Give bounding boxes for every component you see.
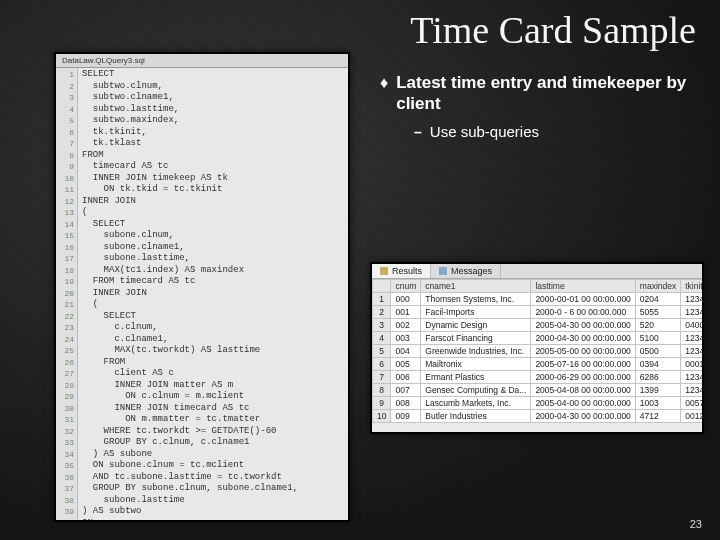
dash-icon: – bbox=[414, 122, 422, 142]
bullet-text: Latest time entry and timekeeper by clie… bbox=[396, 72, 696, 114]
table-cell: 009 bbox=[391, 410, 421, 423]
table-cell: Farscot Financing bbox=[421, 332, 531, 345]
column-header[interactable]: cname1 bbox=[421, 280, 531, 293]
table-cell: 000 bbox=[391, 293, 421, 306]
table-row[interactable]: 8007Gensec Computing & Da...2005-04-08 0… bbox=[373, 384, 705, 397]
table-row[interactable]: 7006Ermant Plastics2000-06-29 00 00:00.0… bbox=[373, 371, 705, 384]
table-row[interactable]: 4003Farscot Financing2000-04-30 00 00:00… bbox=[373, 332, 705, 345]
table-cell: 004 bbox=[391, 345, 421, 358]
column-header[interactable]: maxindex bbox=[635, 280, 680, 293]
table-cell: 5055 bbox=[635, 306, 680, 319]
table-cell: 2005-07-16 00 00:00.000 bbox=[531, 358, 635, 371]
table-cell: 4712 bbox=[635, 410, 680, 423]
column-header[interactable]: lasttime bbox=[531, 280, 635, 293]
table-cell: 1234 bbox=[681, 332, 704, 345]
table-cell: 2000-0 - 6 00 00:00.000 bbox=[531, 306, 635, 319]
table-cell: Butler Industries bbox=[421, 410, 531, 423]
sql-editor-panel: DataLaw.QLQuery3.sql 1234567891011121314… bbox=[54, 52, 350, 522]
table-cell: 5100 bbox=[635, 332, 680, 345]
table-cell: 1234 bbox=[681, 384, 704, 397]
table-cell: Thomsen Systems, Inc. bbox=[421, 293, 531, 306]
table-row[interactable]: 6005Mailtronix2005-07-16 00 00:00.000039… bbox=[373, 358, 705, 371]
tab-results-label: Results bbox=[392, 266, 422, 276]
table-cell: Facil-Imports bbox=[421, 306, 531, 319]
table-cell: 002 bbox=[391, 319, 421, 332]
table-cell: 520 bbox=[635, 319, 680, 332]
table-cell: Lascumb Markets, Inc. bbox=[421, 397, 531, 410]
table-cell: 001 bbox=[391, 306, 421, 319]
table-row[interactable]: 9008Lascumb Markets, Inc.2005-04-00 00 0… bbox=[373, 397, 705, 410]
table-cell: Gensec Computing & Da... bbox=[421, 384, 531, 397]
table-cell: 1234 bbox=[681, 371, 704, 384]
column-header[interactable]: cnum bbox=[391, 280, 421, 293]
table-cell: 2000-00-01 00 00:00.000 bbox=[531, 293, 635, 306]
table-cell: 1399 bbox=[635, 384, 680, 397]
table-cell: 0500 bbox=[635, 345, 680, 358]
sub-bullet-item: – Use sub-queries bbox=[414, 122, 696, 142]
table-cell: 1234 bbox=[681, 345, 704, 358]
editor-tab[interactable]: DataLaw.QLQuery3.sql bbox=[56, 54, 348, 68]
table-cell: Dynamic Design bbox=[421, 319, 531, 332]
message-icon bbox=[439, 267, 447, 275]
table-row[interactable]: 10009Butler Industries2000-04-30 00 00:0… bbox=[373, 410, 705, 423]
grid-icon bbox=[380, 267, 388, 275]
table-cell: Ermant Plastics bbox=[421, 371, 531, 384]
column-header[interactable]: tkinit bbox=[681, 280, 704, 293]
results-tabs: Results Messages bbox=[372, 264, 702, 279]
results-grid[interactable]: cnumcname1lasttimemaxindextkinittklast10… bbox=[372, 279, 704, 423]
content-block: ♦ Latest time entry and timekeeper by cl… bbox=[380, 72, 696, 142]
table-cell: 008 bbox=[391, 397, 421, 410]
bullet-item: ♦ Latest time entry and timekeeper by cl… bbox=[380, 72, 696, 114]
table-row[interactable]: 3002Dynamic Design2005-04-30 00 00:00.00… bbox=[373, 319, 705, 332]
table-cell: Mailtronix bbox=[421, 358, 531, 371]
table-cell: 0394 bbox=[635, 358, 680, 371]
table-cell: 1234 bbox=[681, 293, 704, 306]
line-gutter: 1234567891011121314151617181920212223242… bbox=[56, 68, 78, 520]
sql-code[interactable]: SELECT subtwo.clnum, subtwo.clname1, sub… bbox=[78, 68, 348, 520]
table-row[interactable]: 5004Greenwide Industries, Inc.2005-05-00… bbox=[373, 345, 705, 358]
table-cell: Greenwide Industries, Inc. bbox=[421, 345, 531, 358]
table-row[interactable]: 1000Thomsen Systems, Inc.2000-00-01 00 0… bbox=[373, 293, 705, 306]
table-cell: 2005-04-30 00 00:00.000 bbox=[531, 319, 635, 332]
table-cell: 6286 bbox=[635, 371, 680, 384]
table-cell: 2005-05-00 00 00:00.000 bbox=[531, 345, 635, 358]
table-cell: 2005-04-08 00 00:00.000 bbox=[531, 384, 635, 397]
table-cell: 1003 bbox=[635, 397, 680, 410]
tab-messages-label: Messages bbox=[451, 266, 492, 276]
table-cell: 0057 bbox=[681, 397, 704, 410]
editor-body: 1234567891011121314151617181920212223242… bbox=[56, 68, 348, 520]
table-cell: 007 bbox=[391, 384, 421, 397]
table-cell: 005 bbox=[391, 358, 421, 371]
tab-messages[interactable]: Messages bbox=[431, 264, 501, 278]
table-cell: 2005-04-00 00 00:00.000 bbox=[531, 397, 635, 410]
table-cell: 006 bbox=[391, 371, 421, 384]
table-cell: 1234 bbox=[681, 306, 704, 319]
page-title: Time Card Sample bbox=[410, 8, 696, 52]
diamond-icon: ♦ bbox=[380, 72, 388, 94]
table-cell: 2000-04-30 00 00:00.000 bbox=[531, 332, 635, 345]
table-row[interactable]: 2001Facil-Imports2000-0 - 6 00 00:00.000… bbox=[373, 306, 705, 319]
table-cell: 0012 bbox=[681, 410, 704, 423]
table-cell: 003 bbox=[391, 332, 421, 345]
table-cell: 0400 bbox=[681, 319, 704, 332]
page-number: 23 bbox=[690, 518, 702, 530]
results-panel: Results Messages cnumcname1lasttimemaxin… bbox=[370, 262, 704, 434]
slide: Time Card Sample ♦ Latest time entry and… bbox=[0, 0, 720, 540]
tab-results[interactable]: Results bbox=[372, 264, 431, 278]
table-cell: 2000-04-30 00 00:00.000 bbox=[531, 410, 635, 423]
table-cell: 0204 bbox=[635, 293, 680, 306]
sub-bullet-text: Use sub-queries bbox=[430, 122, 539, 142]
table-cell: 2000-06-29 00 00:00.000 bbox=[531, 371, 635, 384]
table-cell: 0001 bbox=[681, 358, 704, 371]
